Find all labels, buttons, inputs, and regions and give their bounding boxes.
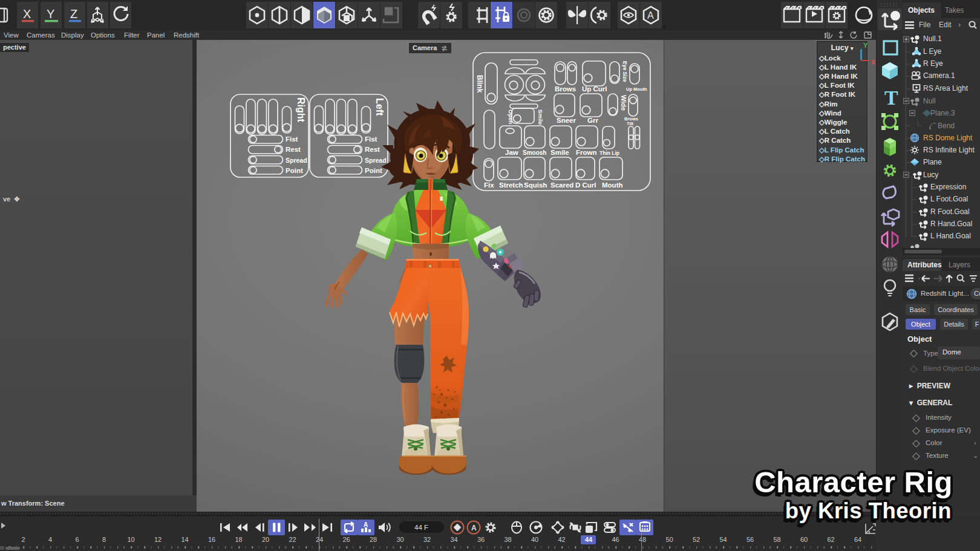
svg-text:44 F: 44 F xyxy=(414,524,428,531)
svg-text:Fist: Fist xyxy=(365,135,377,143)
svg-text:Right: Right xyxy=(296,97,306,123)
svg-text:A: A xyxy=(364,521,368,528)
svg-text:Blink: Blink xyxy=(475,75,484,93)
svg-text:X: X xyxy=(23,7,31,21)
svg-text:Wide: Wide xyxy=(620,95,627,111)
svg-text:Grr: Grr xyxy=(587,117,598,124)
svg-text:Fist: Fist xyxy=(286,135,298,143)
svg-text:Scared: Scared xyxy=(550,181,573,189)
svg-text:Thin Lip: Thin Lip xyxy=(599,150,619,156)
svg-text:Sneer: Sneer xyxy=(557,117,576,124)
svg-text:Point: Point xyxy=(286,167,303,174)
svg-text:Rest: Rest xyxy=(365,146,380,153)
svg-text:Rest: Rest xyxy=(286,146,301,153)
svg-text:Y: Y xyxy=(47,7,54,21)
svg-text:T: T xyxy=(884,86,898,109)
svg-text:Smile: Smile xyxy=(537,109,544,125)
svg-text:Fix: Fix xyxy=(484,181,494,189)
svg-text:Up Curl: Up Curl xyxy=(582,85,607,93)
svg-text:X: X xyxy=(871,59,876,66)
svg-text:Eye Size: Eye Size xyxy=(622,61,628,82)
svg-text:Y: Y xyxy=(863,42,868,49)
svg-text:Mouth: Mouth xyxy=(602,181,622,189)
svg-text:Spread: Spread xyxy=(286,157,307,164)
svg-text:Spread: Spread xyxy=(365,157,387,164)
svg-text:A: A xyxy=(471,524,477,532)
svg-text:A: A xyxy=(647,10,654,21)
svg-text:Frown: Frown xyxy=(576,149,597,156)
svg-text:Z: Z xyxy=(70,7,77,21)
svg-text:Point: Point xyxy=(365,167,382,174)
svg-text:D Curl: D Curl xyxy=(575,181,596,189)
svg-text:Jaw: Jaw xyxy=(505,149,518,156)
svg-text:Smile: Smile xyxy=(550,149,569,156)
svg-text:Smoosh: Smoosh xyxy=(523,149,546,156)
svg-text:Tilt: Tilt xyxy=(627,121,634,126)
svg-text:Open: Open xyxy=(508,109,514,124)
svg-text:Squish: Squish xyxy=(524,181,547,189)
svg-text:Up Mouth: Up Mouth xyxy=(626,86,647,92)
svg-text:Left: Left xyxy=(374,98,385,116)
svg-text:Brows: Brows xyxy=(555,85,576,93)
svg-text:Stretch: Stretch xyxy=(499,181,523,189)
